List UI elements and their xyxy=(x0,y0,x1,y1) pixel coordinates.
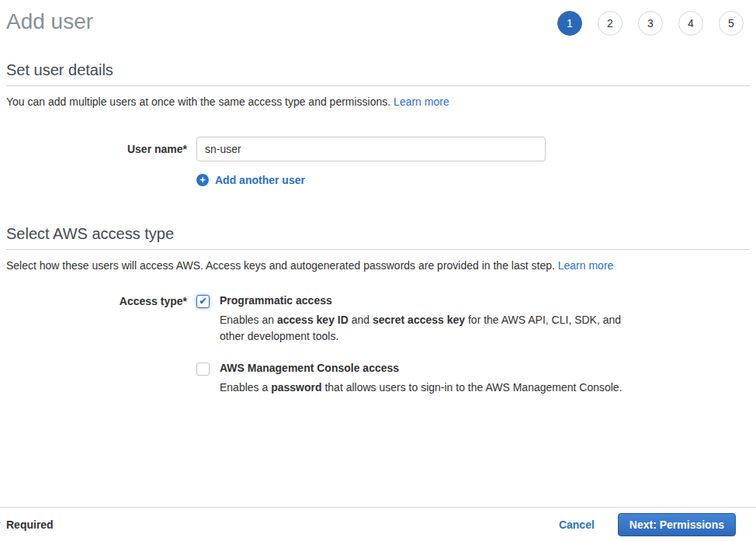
wizard-step-5: 5 xyxy=(719,11,744,36)
console-access-description: Enables a password that allows users to … xyxy=(220,380,622,396)
console-access-checkbox[interactable] xyxy=(196,362,210,376)
main-content: Set user details You can add multiple us… xyxy=(0,61,756,396)
desc-bold-text: secret access key xyxy=(373,314,465,326)
access-type-intro-text: Select how these users will access AWS. … xyxy=(6,259,555,272)
option-console-access: AWS Management Console access Enables a … xyxy=(196,362,631,396)
desc-bold-text: password xyxy=(271,381,321,394)
section-heading-access-type: Select AWS access type xyxy=(6,225,750,243)
access-type-label: Access type* xyxy=(6,295,196,307)
wizard-step-2: 2 xyxy=(598,11,622,36)
user-details-intro: You can add multiple users at once with … xyxy=(6,95,750,108)
page-title: Add user xyxy=(6,9,93,34)
add-another-user-label: Add another user xyxy=(215,174,305,186)
plus-circle-icon: + xyxy=(196,174,209,186)
desc-text: that allows users to sign-in to the AWS … xyxy=(322,381,622,394)
wizard-step-indicator: 1 2 3 4 5 xyxy=(557,11,744,36)
learn-more-link-access-type[interactable]: Learn more xyxy=(558,259,614,272)
desc-text: and xyxy=(349,314,373,326)
programmatic-access-checkbox[interactable]: ✔ xyxy=(196,295,210,308)
user-details-intro-text: You can add multiple users at once with … xyxy=(6,95,390,108)
user-name-input[interactable] xyxy=(196,137,546,161)
user-name-label: User name* xyxy=(6,143,196,155)
learn-more-link-user-details[interactable]: Learn more xyxy=(394,95,449,108)
wizard-step-4: 4 xyxy=(678,11,703,36)
cancel-button[interactable]: Cancel xyxy=(559,518,595,531)
wizard-footer: *Required Cancel Next: Permissions xyxy=(0,507,756,541)
console-access-title: AWS Management Console access xyxy=(220,362,622,374)
programmatic-access-title: Programmatic access xyxy=(220,294,631,307)
wizard-step-1: 1 xyxy=(557,11,582,36)
user-name-row: User name* xyxy=(6,137,750,161)
section-divider xyxy=(6,85,750,86)
required-label: Required xyxy=(6,518,54,531)
desc-text: Enables an xyxy=(220,314,277,326)
programmatic-access-texts: Programmatic access Enables an access ke… xyxy=(220,294,631,345)
section-divider xyxy=(6,249,750,250)
console-access-texts: AWS Management Console access Enables a … xyxy=(220,362,622,396)
programmatic-access-description: Enables an access key ID and secret acce… xyxy=(220,312,631,345)
wizard-step-3: 3 xyxy=(638,11,663,36)
section-heading-user-details: Set user details xyxy=(6,61,750,79)
add-another-user-button[interactable]: + Add another user xyxy=(196,174,750,186)
section-user-details: Set user details You can add multiple us… xyxy=(6,61,750,186)
desc-text: Enables a xyxy=(220,381,271,394)
page-header: Add user 1 2 3 4 5 xyxy=(0,0,756,36)
section-access-type: Select AWS access type Select how these … xyxy=(6,225,750,396)
next-permissions-button[interactable]: Next: Permissions xyxy=(618,513,736,536)
access-type-options: ✔ Programmatic access Enables an access … xyxy=(196,294,631,396)
add-user-page: { "page": { "title": "Add user" }, "step… xyxy=(0,0,756,541)
access-type-row: Access type* ✔ Programmatic access Enabl… xyxy=(6,294,750,396)
required-note: *Required xyxy=(6,518,54,531)
desc-bold-text: access key ID xyxy=(277,314,349,326)
option-programmatic-access: ✔ Programmatic access Enables an access … xyxy=(196,294,631,345)
access-type-intro: Select how these users will access AWS. … xyxy=(6,259,750,272)
